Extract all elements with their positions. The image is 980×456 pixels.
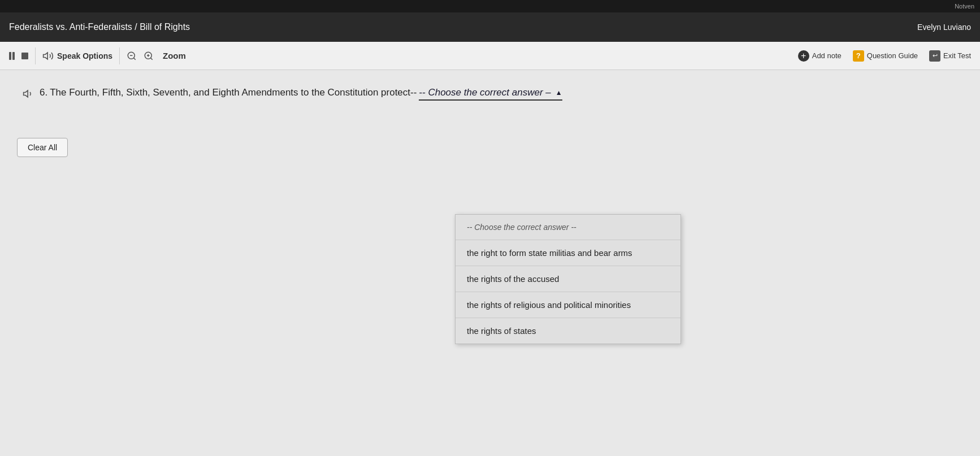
zoom-in-icon bbox=[144, 51, 154, 61]
svg-line-2 bbox=[134, 58, 136, 59]
clear-all-button[interactable]: Clear All bbox=[17, 138, 68, 157]
answer-dropdown-trigger[interactable]: -- Choose the correct answer – ▲ bbox=[419, 87, 562, 101]
question-text: The Fourth, Fifth, Sixth, Seventh, and E… bbox=[50, 87, 417, 98]
question-guide-label: Question Guide bbox=[867, 51, 918, 60]
dropdown-option-2[interactable]: the rights of the accused bbox=[456, 266, 680, 292]
toolbar-separator bbox=[35, 47, 36, 64]
exit-test-label: Exit Test bbox=[943, 51, 971, 60]
header-user: Evelyn Luviano bbox=[917, 23, 971, 32]
add-note-label: Add note bbox=[812, 51, 842, 60]
zoom-out-icon bbox=[127, 51, 137, 61]
header: Federalists vs. Anti-Federalists / Bill … bbox=[0, 12, 980, 42]
exit-test-button[interactable]: ↩ Exit Test bbox=[929, 50, 971, 62]
speaker-icon bbox=[42, 50, 54, 62]
dropdown-trigger-label: -- Choose the correct answer – bbox=[419, 87, 550, 98]
svg-marker-0 bbox=[44, 53, 48, 59]
toolbar-left: Speak Options Zoom bbox=[9, 47, 791, 64]
question-speaker-icon[interactable] bbox=[23, 88, 34, 102]
dropdown-caret-icon: ▲ bbox=[556, 89, 562, 97]
toolbar: Speak Options Zoom + Add note bbox=[0, 42, 980, 70]
question-guide-icon: ? bbox=[853, 50, 864, 62]
main-content: 6. The Fourth, Fifth, Sixth, Seventh, an… bbox=[0, 70, 980, 456]
question-inline: 6. The Fourth, Fifth, Sixth, Seventh, an… bbox=[40, 87, 562, 101]
answer-dropdown-menu: -- Choose the correct answer -- the righ… bbox=[455, 214, 681, 344]
toolbar-separator-2 bbox=[119, 47, 120, 64]
zoom-in-button[interactable] bbox=[144, 51, 154, 61]
toolbar-right: + Add note ? Question Guide ↩ Exit Test bbox=[798, 50, 971, 62]
top-bar: Notven bbox=[0, 0, 980, 12]
dropdown-option-placeholder[interactable]: -- Choose the correct answer -- bbox=[456, 215, 680, 240]
question-row: 6. The Fourth, Fifth, Sixth, Seventh, an… bbox=[23, 87, 957, 102]
svg-line-5 bbox=[151, 58, 153, 59]
speak-options-label: Speak Options bbox=[57, 51, 112, 60]
add-note-icon: + bbox=[798, 50, 809, 62]
dropdown-option-4[interactable]: the rights of states bbox=[456, 318, 680, 344]
svg-marker-8 bbox=[24, 90, 28, 97]
question-guide-button[interactable]: ? Question Guide bbox=[853, 50, 918, 62]
dropdown-option-1[interactable]: the right to form state militias and bea… bbox=[456, 240, 680, 266]
add-note-button[interactable]: + Add note bbox=[798, 50, 842, 62]
dropdown-option-3[interactable]: the rights of religious and political mi… bbox=[456, 292, 680, 318]
question-number: 6. bbox=[40, 87, 47, 98]
pause-icon bbox=[9, 52, 15, 60]
zoom-out-button[interactable] bbox=[127, 51, 137, 61]
stop-icon bbox=[21, 53, 28, 59]
stop-button[interactable] bbox=[21, 53, 28, 59]
header-title: Federalists vs. Anti-Federalists / Bill … bbox=[9, 22, 917, 32]
zoom-label: Zoom bbox=[163, 51, 186, 60]
exit-icon: ↩ bbox=[929, 50, 940, 62]
speak-options-button[interactable]: Speak Options bbox=[42, 50, 112, 62]
pause-button[interactable] bbox=[9, 52, 15, 60]
top-bar-text: Notven bbox=[955, 3, 974, 10]
